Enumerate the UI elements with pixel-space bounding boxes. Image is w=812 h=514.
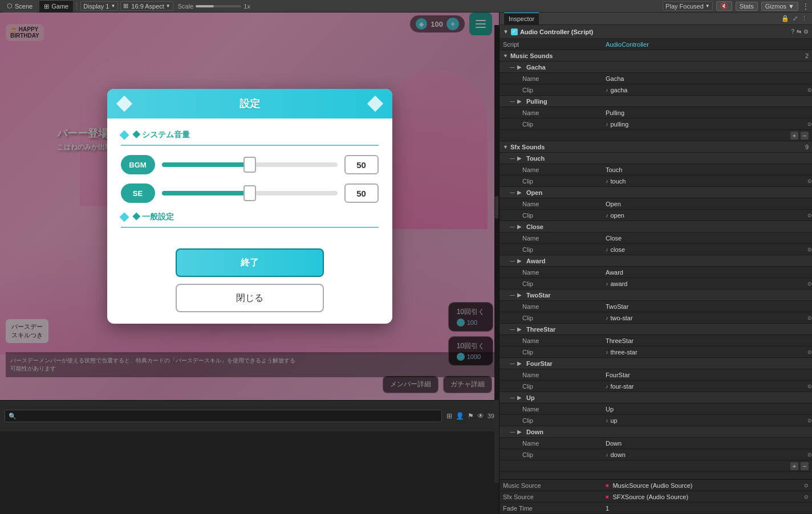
collapse-icon: —: [510, 292, 515, 298]
close-button[interactable]: 閉じる: [176, 284, 324, 312]
down-section[interactable]: — ▶ Down: [500, 426, 812, 438]
bottom-properties: Music Source ■ MusicSource (Audio Source…: [500, 479, 812, 514]
clip-settings-icon[interactable]: ⊙: [807, 178, 812, 184]
up-clip-row: Clip ♪ up ⊙: [500, 415, 812, 426]
clip-settings-icon[interactable]: ⊙: [807, 213, 812, 218]
sfx-sounds-section[interactable]: ▼ Sfx Sounds 9: [500, 141, 812, 153]
scene-tab[interactable]: ⬡ Scene: [2, 0, 37, 13]
clip-settings-icon[interactable]: ⊙: [807, 418, 812, 423]
fourstar-section[interactable]: — ▶ FourStar: [500, 358, 812, 369]
inspector-panel: Inspector 🔒 ⤢ ⋮ ▼ ✓ Audio Controller (Sc…: [499, 13, 812, 514]
up-name-row: Name Up: [500, 403, 812, 415]
music-add-remove-row: + −: [500, 130, 812, 141]
flag-icon[interactable]: ⚑: [468, 412, 474, 420]
aspect-dropdown[interactable]: ⊞ 16:9 Aspect ▼: [120, 1, 173, 11]
twostar-clip-row: Clip ♪ two-star ⊙: [500, 312, 812, 324]
clip-settings-icon[interactable]: ⊙: [807, 452, 812, 458]
close-section[interactable]: — ▶ Close: [500, 221, 812, 232]
inspector-tab[interactable]: Inspector: [504, 13, 539, 25]
threestar-title: ThreeStar: [526, 326, 555, 333]
audio-icon: ♪: [606, 87, 608, 93]
clip-settings-icon[interactable]: ⊙: [807, 247, 812, 252]
award-clip-row: Clip ♪ award ⊙: [500, 278, 812, 289]
chevron-down-icon: ▼: [111, 3, 115, 9]
gacha-section[interactable]: — ▶ Gacha: [500, 62, 812, 73]
bgm-slider[interactable]: [162, 162, 338, 167]
source-settings-icon[interactable]: ⊙: [804, 494, 809, 500]
source-settings-icon[interactable]: ⊙: [804, 483, 809, 488]
settings-icon[interactable]: ⚙: [803, 28, 809, 35]
kebab-menu-icon[interactable]: ⋮: [802, 2, 810, 11]
close-name-row: Name Close: [500, 232, 812, 244]
twostar-section[interactable]: — ▶ TwoStar: [500, 289, 812, 301]
collapse-icon[interactable]: ▼: [503, 28, 509, 35]
se-slider[interactable]: [162, 191, 338, 195]
game-tab[interactable]: ⊞ Game: [39, 0, 73, 13]
lock-icon[interactable]: 🔒: [781, 15, 789, 22]
more-icon[interactable]: ⋮: [801, 15, 807, 22]
audio-icon: ♪: [606, 418, 608, 423]
edit-icon[interactable]: ⇆: [797, 28, 801, 35]
audio-icon: ♪: [606, 384, 608, 389]
threestar-clip-row: Clip ♪ three-star ⊙: [500, 346, 812, 358]
up-section[interactable]: — ▶ Up: [500, 392, 812, 403]
gizmos-button[interactable]: Gizmos ▼: [761, 2, 798, 11]
display-dropdown[interactable]: Display 1 ▼: [80, 1, 118, 11]
down-name-row: Name Down: [500, 438, 812, 449]
screen-icon[interactable]: ⊞: [446, 412, 452, 420]
award-title: Award: [526, 258, 545, 264]
bgm-slider-fill: [162, 162, 250, 167]
play-focused-dropdown[interactable]: Play Focused ▼: [663, 1, 713, 11]
diamond-right-icon: [367, 96, 383, 112]
close-title: Close: [526, 223, 543, 230]
component-enable-checkbox[interactable]: ✓: [511, 28, 518, 35]
award-section[interactable]: — ▶ Award: [500, 255, 812, 267]
gacha-name-row: Name Gacha: [500, 73, 812, 84]
se-slider-thumb[interactable]: [243, 185, 256, 201]
touch-section[interactable]: — ▶ Touch: [500, 153, 812, 164]
add-sfx-button[interactable]: +: [790, 462, 798, 470]
end-button[interactable]: 終了: [176, 248, 324, 277]
add-music-button[interactable]: +: [790, 132, 798, 140]
award-name-row: Name Award: [500, 267, 812, 278]
arrow-right-icon: ▶: [517, 98, 522, 104]
clip-settings-icon[interactable]: ⊙: [807, 384, 812, 389]
diamond-left-icon: [116, 96, 132, 112]
stats-button[interactable]: Stats: [736, 2, 758, 11]
search-bar[interactable]: 🔍: [5, 410, 442, 422]
remove-sfx-button[interactable]: −: [801, 462, 809, 470]
script-value: AudioController: [606, 41, 809, 48]
open-name-row: Name Open: [500, 198, 812, 210]
threestar-section[interactable]: — ▶ ThreeStar: [500, 324, 812, 335]
clip-settings-icon[interactable]: ⊙: [807, 349, 812, 355]
clip-settings-icon[interactable]: ⊙: [807, 121, 812, 127]
pulling-clip-label: Clip: [500, 121, 602, 128]
clip-settings-icon[interactable]: ⊙: [807, 281, 812, 287]
se-value: 50: [344, 183, 379, 203]
eye-icon[interactable]: 👁: [477, 412, 484, 420]
component-header: ▼ ✓ Audio Controller (Script) ? ⇆ ⚙: [500, 25, 812, 39]
collapse-icon: —: [510, 190, 515, 195]
pulling-name-label: Name: [500, 109, 602, 116]
inspector-scroll[interactable]: Script AudioController ▼ Music Sounds 2 …: [500, 39, 812, 479]
mute-button[interactable]: 🔇: [716, 1, 732, 11]
touch-name-row: Name Touch: [500, 164, 812, 176]
component-name: Audio Controller (Script): [520, 28, 789, 35]
bgm-slider-thumb[interactable]: [243, 157, 256, 173]
help-icon[interactable]: ?: [791, 28, 794, 35]
touch-title: Touch: [526, 155, 545, 162]
system-volume-header: ◆ システム音量: [121, 130, 379, 146]
pulling-section[interactable]: — ▶ Pulling: [500, 96, 812, 107]
music-sounds-section[interactable]: ▼ Music Sounds 2: [500, 50, 812, 62]
open-section[interactable]: — ▶ Open: [500, 187, 812, 198]
music-source-label: Music Source: [503, 482, 606, 489]
expand-icon[interactable]: ⤢: [793, 15, 798, 22]
scale-slider[interactable]: [196, 5, 241, 7]
remove-music-button[interactable]: −: [801, 132, 809, 140]
fourstar-clip-row: Clip ♪ four-star ⊙: [500, 381, 812, 392]
clip-settings-icon[interactable]: ⊙: [807, 315, 812, 321]
audio-icon: ♪: [606, 281, 608, 287]
game-view: 🎂 HAPPYBIRTHDAY バースデースキルつき バースデーメンバーが使える…: [0, 13, 499, 514]
user-icon[interactable]: 👤: [456, 412, 464, 420]
clip-settings-icon[interactable]: ⊙: [807, 87, 812, 93]
